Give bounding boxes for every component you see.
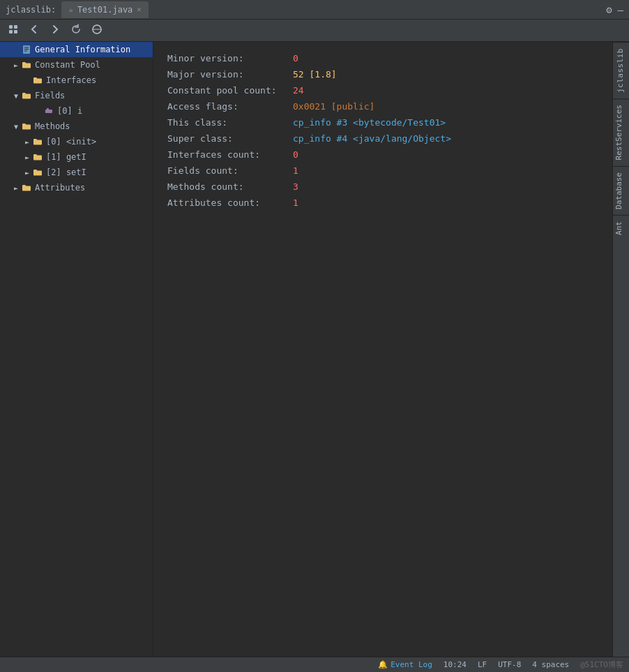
event-log-icon: 🔔 <box>378 660 388 669</box>
folder-icon <box>32 167 43 178</box>
label-this-class: This class: <box>167 117 293 128</box>
event-log-item[interactable]: 🔔 Event Log <box>378 660 432 669</box>
value-methods-count: 3 <box>293 181 598 192</box>
value-major-version: 52 [1.8] <box>293 69 598 80</box>
tree-item-attributes[interactable]: ► Attributes <box>0 180 153 195</box>
tree-arrow: ► <box>11 61 21 69</box>
minimize-icon[interactable]: — <box>618 4 623 15</box>
value-access-flags: 0x0021 [public] <box>293 101 598 112</box>
value-fields-count: 1 <box>293 165 598 176</box>
svg-rect-9 <box>45 110 52 113</box>
value-interfaces-count: 0 <box>293 149 598 160</box>
tree-item-methods[interactable]: ▼ Methods <box>0 119 153 134</box>
svg-rect-0 <box>9 25 13 29</box>
nav-refresh-button[interactable] <box>67 22 85 39</box>
status-bar: 🔔 Event Log 10:24 LF UTF-8 4 spaces @51C… <box>0 657 629 672</box>
tree-arrow: ► <box>11 184 21 192</box>
value-constant-pool-count: 24 <box>293 85 598 96</box>
tree-item-method-1-getI[interactable]: ► [1] getI <box>0 149 153 165</box>
nav-url-button[interactable] <box>88 22 106 39</box>
toolbar <box>0 20 629 42</box>
tab-close-icon[interactable]: ✕ <box>137 5 142 14</box>
folder-open-icon <box>21 90 32 101</box>
tree-item-constant-pool[interactable]: ► Constant Pool <box>0 57 153 73</box>
label-super-class: Super class: <box>167 133 293 144</box>
folder-open-icon <box>21 121 32 132</box>
cursor-position: 10:24 <box>444 660 467 669</box>
value-attributes-count: 1 <box>293 197 598 208</box>
tree-item-label: Constant Pool <box>35 60 100 70</box>
folder-icon <box>32 136 43 147</box>
nav-forward-button[interactable] <box>46 22 64 39</box>
event-log-label[interactable]: Event Log <box>391 660 432 669</box>
label-attributes-count: Attributes count: <box>167 197 293 208</box>
tree-item-label: [1] getI <box>46 152 86 162</box>
tree-arrow: ▼ <box>11 123 21 130</box>
tree-item-label: Methods <box>35 121 70 131</box>
tree-item-fields[interactable]: ▼ Fields <box>0 88 153 103</box>
label-minor-version: Minor version: <box>167 53 293 64</box>
sidebar-tab-database[interactable]: Database <box>613 166 629 215</box>
field-icon <box>43 105 54 117</box>
label-methods-count: Methods count: <box>167 181 293 192</box>
tree-item-label: [2] setI <box>46 167 86 177</box>
tree-item-label: [0] i <box>57 106 82 116</box>
tree-item-label: Fields <box>35 91 65 100</box>
label-constant-pool-count: Constant pool count: <box>167 85 293 96</box>
tab-bar: ☕ Test01.java ✕ <box>61 1 606 18</box>
svg-rect-10 <box>47 108 49 110</box>
svg-rect-1 <box>14 25 17 29</box>
tree-item-label: General Information <box>35 45 130 54</box>
label-access-flags: Access flags: <box>167 101 293 112</box>
folder-icon <box>21 182 32 193</box>
line-ending[interactable]: LF <box>478 660 487 669</box>
file-tab[interactable]: ☕ Test01.java ✕ <box>61 1 149 18</box>
tree-item-interfaces[interactable]: Interfaces <box>0 73 153 88</box>
label-major-version: Major version: <box>167 69 293 80</box>
right-sidebar: jclasslib RestServices Database Ant <box>612 42 629 657</box>
tree-arrow: ► <box>22 169 32 177</box>
sidebar-tab-jclasslib[interactable]: jclasslib <box>613 42 629 98</box>
tree-item-method-0-init[interactable]: ► [0] <init> <box>0 134 153 149</box>
tree-arrow: ▼ <box>11 92 21 100</box>
tree-arrow: ► <box>22 138 32 146</box>
folder-icon <box>21 59 32 70</box>
tree-item-general-information[interactable]: General Information <box>0 42 153 57</box>
tree-item-label: Interfaces <box>46 75 96 85</box>
nav-back-button[interactable] <box>25 22 43 39</box>
svg-rect-3 <box>14 30 17 33</box>
page-icon <box>21 44 32 55</box>
tree-arrow: ► <box>22 154 32 161</box>
tree-item-field-0-i[interactable]: [0] i <box>0 103 153 119</box>
label-interfaces-count: Interfaces count: <box>167 149 293 160</box>
window-controls: ⚙ — <box>606 4 623 15</box>
sidebar-tab-ant[interactable]: Ant <box>613 215 629 241</box>
tree-item-label: Attributes <box>35 183 85 193</box>
watermark: @51CTO博客 <box>580 659 623 670</box>
label-fields-count: Fields count: <box>167 165 293 176</box>
info-table: Minor version: 0 Major version: 52 [1.8]… <box>167 53 598 208</box>
svg-rect-2 <box>9 30 13 33</box>
title-bar: jclasslib: ☕ Test01.java ✕ ⚙ — <box>0 0 629 20</box>
value-this-class[interactable]: cp_info #3 <bytecode/Test01> <box>293 117 598 128</box>
indent[interactable]: 4 spaces <box>532 660 569 669</box>
main-layout: General Information ► Constant Pool Inte… <box>0 42 629 657</box>
nav-home-button[interactable] <box>4 22 22 39</box>
tab-file-icon: ☕ <box>68 5 73 14</box>
tab-file-name: Test01.java <box>77 5 132 15</box>
value-minor-version: 0 <box>293 53 598 64</box>
value-super-class[interactable]: cp_info #4 <java/lang/Object> <box>293 133 598 144</box>
tree-item-label: [0] <init> <box>46 137 96 147</box>
settings-icon[interactable]: ⚙ <box>606 4 612 15</box>
sidebar-tab-restservices[interactable]: RestServices <box>613 98 629 165</box>
content-panel: Minor version: 0 Major version: 52 [1.8]… <box>153 42 612 657</box>
encoding[interactable]: UTF-8 <box>498 660 521 669</box>
folder-icon <box>32 75 43 86</box>
tree-panel: General Information ► Constant Pool Inte… <box>0 42 153 657</box>
tree-item-method-2-setI[interactable]: ► [2] setI <box>0 165 153 180</box>
folder-icon <box>32 151 43 163</box>
app-name: jclasslib: <box>6 5 56 15</box>
